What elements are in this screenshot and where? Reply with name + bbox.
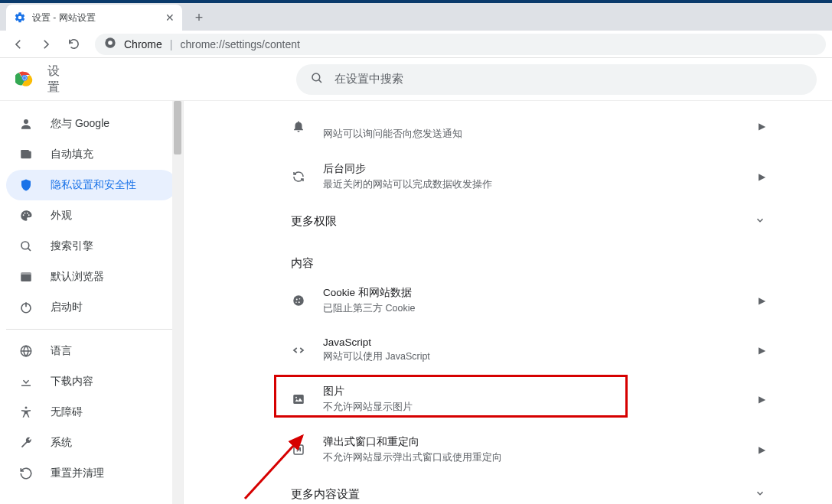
- sidebar-scrollbar[interactable]: [172, 101, 183, 504]
- sidebar-item-a11y[interactable]: 无障碍: [6, 397, 177, 428]
- svg-point-14: [21, 242, 29, 249]
- svg-rect-16: [21, 272, 31, 275]
- image-icon: [291, 392, 306, 407]
- search-placeholder: 在设置中搜索: [334, 72, 403, 86]
- row-more-content-settings[interactable]: 更多内容设置: [276, 475, 781, 504]
- sidebar-item-downloads[interactable]: 下载内容: [6, 366, 177, 397]
- sidebar-item-label: 无障碍: [51, 405, 83, 419]
- row-javascript[interactable]: JavaScript 网站可以使用 JavaScript ▶: [276, 326, 781, 374]
- chevron-down-icon: [755, 215, 765, 228]
- svg-point-5: [23, 76, 26, 80]
- svg-point-13: [28, 214, 30, 216]
- settings-gear-icon: [14, 11, 26, 24]
- app-header: 设置 在设置中搜索: [0, 58, 832, 101]
- popup-icon: [291, 442, 306, 457]
- sidebar-item-search[interactable]: 搜索引擎: [6, 231, 177, 262]
- svg-rect-9: [21, 150, 29, 152]
- url-field[interactable]: Chrome | chrome://settings/content: [95, 34, 826, 55]
- svg-point-24: [295, 302, 297, 304]
- svg-rect-25: [293, 395, 304, 404]
- svg-point-26: [295, 397, 297, 398]
- sidebar-item-label: 自动填充: [51, 148, 93, 161]
- svg-point-23: [299, 301, 300, 303]
- row-background-sync[interactable]: 后台同步 最近关闭的网站可以完成数据收发操作 ▶: [276, 151, 781, 202]
- chevron-right-icon: ▶: [759, 121, 765, 132]
- chevron-right-icon: ▶: [759, 345, 765, 356]
- search-icon: [310, 71, 324, 87]
- chevron-right-icon: ▶: [759, 394, 765, 405]
- sidebar-item-privacy[interactable]: 隐私设置和安全性: [6, 170, 177, 200]
- sidebar-item-label: 重置并清理: [51, 467, 104, 480]
- sidebar-item-autofill[interactable]: 自动填充: [6, 139, 177, 170]
- svg-point-21: [296, 299, 298, 301]
- row-cookies[interactable]: Cookie 和网站数据 已阻止第三方 Cookie ▶: [276, 275, 781, 326]
- row-popups[interactable]: 弹出式窗口和重定向 不允许网站显示弹出式窗口或使用重定向 ▶: [276, 424, 781, 475]
- page-title: 设置: [47, 63, 68, 96]
- sidebar-item-lang[interactable]: 语言: [6, 336, 177, 366]
- svg-point-22: [299, 298, 301, 300]
- chrome-page-icon: [104, 37, 116, 51]
- svg-point-19: [25, 407, 28, 409]
- forward-button[interactable]: [34, 32, 58, 57]
- svg-point-10: [23, 214, 24, 216]
- row-more-permissions[interactable]: 更多权限: [276, 202, 781, 241]
- svg-point-1: [108, 41, 113, 45]
- row-notifications[interactable]: 通知 网站可以询问能否向您发送通知 ▶: [276, 101, 781, 151]
- chevron-right-icon: ▶: [759, 295, 765, 306]
- wrench-icon: [18, 435, 34, 450]
- sidebar-item-label: 外观: [51, 209, 72, 223]
- chrome-logo-icon: [15, 69, 34, 89]
- svg-point-12: [27, 213, 28, 214]
- chevron-right-icon: ▶: [759, 444, 765, 455]
- search-icon: [18, 239, 34, 254]
- svg-point-20: [293, 295, 304, 306]
- sidebar-item-label: 默认浏览器: [51, 270, 104, 284]
- download-icon: [18, 374, 34, 389]
- globe-icon: [18, 343, 34, 359]
- sidebar-item-system[interactable]: 系统: [6, 428, 177, 458]
- sidebar-item-default[interactable]: 默认浏览器: [6, 262, 177, 292]
- sidebar-item-label: 系统: [51, 436, 72, 450]
- sidebar: 您与 Google自动填充隐私设置和安全性外观搜索引擎默认浏览器启动时语言下载内…: [0, 101, 184, 504]
- svg-point-6: [312, 73, 320, 81]
- address-bar: Chrome | chrome://settings/content: [0, 31, 832, 58]
- cookie-icon: [291, 293, 306, 308]
- power-icon: [18, 300, 34, 315]
- close-icon[interactable]: ✕: [165, 11, 175, 24]
- tab-title: 设置 - 网站设置: [32, 11, 96, 24]
- sidebar-item-label: 下载内容: [51, 375, 93, 389]
- svg-point-11: [24, 213, 26, 214]
- palette-icon: [18, 208, 34, 223]
- new-tab-button[interactable]: +: [188, 7, 210, 28]
- sidebar-item-label: 搜索引擎: [51, 239, 93, 253]
- accessibility-icon: [18, 405, 34, 420]
- row-images[interactable]: 图片 不允许网站显示图片 ▶: [276, 374, 781, 424]
- wallet-icon: [18, 147, 34, 162]
- restore-icon: [18, 466, 34, 481]
- browser-tab[interactable]: 设置 - 网站设置 ✕: [6, 5, 182, 31]
- person-icon: [18, 116, 34, 132]
- bell-icon: [291, 119, 306, 134]
- sidebar-item-label: 隐私设置和安全性: [51, 178, 136, 192]
- shield-icon: [18, 177, 34, 193]
- back-button[interactable]: [6, 32, 31, 57]
- sidebar-item-you[interactable]: 您与 Google: [6, 109, 177, 139]
- sync-icon: [291, 169, 306, 184]
- sidebar-item-label: 语言: [51, 344, 72, 358]
- content-area: 通知 网站可以询问能否向您发送通知 ▶ 后台同步 最近关闭的网站可以完成数据收发…: [184, 101, 832, 504]
- settings-search[interactable]: 在设置中搜索: [296, 64, 817, 95]
- tab-strip: 设置 - 网站设置 ✕ +: [0, 3, 832, 31]
- sidebar-item-startup[interactable]: 启动时: [6, 292, 177, 323]
- sidebar-item-label: 启动时: [51, 301, 83, 314]
- svg-point-7: [24, 119, 28, 124]
- url-path: chrome://settings/content: [180, 38, 299, 50]
- browser-icon: [18, 269, 34, 285]
- code-icon: [291, 343, 306, 358]
- url-scheme: Chrome: [124, 38, 162, 50]
- chevron-down-icon: [755, 488, 765, 501]
- sidebar-item-reset[interactable]: 重置并清理: [6, 458, 177, 489]
- sidebar-item-appearance[interactable]: 外观: [6, 200, 177, 231]
- chevron-right-icon: ▶: [759, 171, 765, 182]
- section-content-label: 内容: [276, 241, 781, 275]
- reload-button[interactable]: [61, 32, 86, 57]
